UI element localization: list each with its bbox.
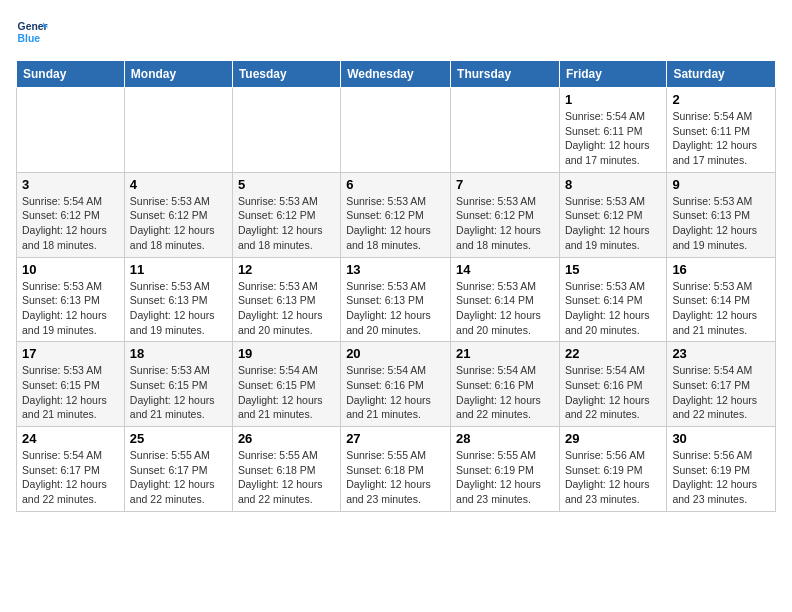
day-info: Sunrise: 5:54 AM Sunset: 6:11 PM Dayligh…: [565, 109, 661, 168]
calendar-week-row: 3Sunrise: 5:54 AM Sunset: 6:12 PM Daylig…: [17, 172, 776, 257]
day-info: Sunrise: 5:53 AM Sunset: 6:15 PM Dayligh…: [22, 363, 119, 422]
calendar-cell: 14Sunrise: 5:53 AM Sunset: 6:14 PM Dayli…: [451, 257, 560, 342]
day-info: Sunrise: 5:54 AM Sunset: 6:16 PM Dayligh…: [565, 363, 661, 422]
logo: General Blue: [16, 16, 48, 48]
calendar-cell: 6Sunrise: 5:53 AM Sunset: 6:12 PM Daylig…: [341, 172, 451, 257]
calendar-cell: [232, 88, 340, 173]
day-info: Sunrise: 5:56 AM Sunset: 6:19 PM Dayligh…: [672, 448, 770, 507]
weekday-header: Sunday: [17, 61, 125, 88]
day-info: Sunrise: 5:54 AM Sunset: 6:15 PM Dayligh…: [238, 363, 335, 422]
calendar-cell: [17, 88, 125, 173]
calendar-cell: 26Sunrise: 5:55 AM Sunset: 6:18 PM Dayli…: [232, 427, 340, 512]
day-number: 20: [346, 346, 445, 361]
calendar-week-row: 17Sunrise: 5:53 AM Sunset: 6:15 PM Dayli…: [17, 342, 776, 427]
calendar-table: SundayMondayTuesdayWednesdayThursdayFrid…: [16, 60, 776, 512]
calendar-cell: 16Sunrise: 5:53 AM Sunset: 6:14 PM Dayli…: [667, 257, 776, 342]
calendar-cell: 7Sunrise: 5:53 AM Sunset: 6:12 PM Daylig…: [451, 172, 560, 257]
day-number: 26: [238, 431, 335, 446]
day-number: 7: [456, 177, 554, 192]
day-number: 28: [456, 431, 554, 446]
day-number: 27: [346, 431, 445, 446]
day-number: 8: [565, 177, 661, 192]
day-info: Sunrise: 5:53 AM Sunset: 6:12 PM Dayligh…: [238, 194, 335, 253]
day-number: 19: [238, 346, 335, 361]
calendar-cell: 1Sunrise: 5:54 AM Sunset: 6:11 PM Daylig…: [559, 88, 666, 173]
calendar-cell: 12Sunrise: 5:53 AM Sunset: 6:13 PM Dayli…: [232, 257, 340, 342]
calendar-cell: 15Sunrise: 5:53 AM Sunset: 6:14 PM Dayli…: [559, 257, 666, 342]
day-info: Sunrise: 5:53 AM Sunset: 6:13 PM Dayligh…: [22, 279, 119, 338]
day-info: Sunrise: 5:54 AM Sunset: 6:17 PM Dayligh…: [672, 363, 770, 422]
day-info: Sunrise: 5:54 AM Sunset: 6:17 PM Dayligh…: [22, 448, 119, 507]
calendar-cell: 17Sunrise: 5:53 AM Sunset: 6:15 PM Dayli…: [17, 342, 125, 427]
logo-icon: General Blue: [16, 16, 48, 48]
calendar-cell: 28Sunrise: 5:55 AM Sunset: 6:19 PM Dayli…: [451, 427, 560, 512]
day-info: Sunrise: 5:54 AM Sunset: 6:11 PM Dayligh…: [672, 109, 770, 168]
day-info: Sunrise: 5:56 AM Sunset: 6:19 PM Dayligh…: [565, 448, 661, 507]
day-number: 25: [130, 431, 227, 446]
weekday-header: Wednesday: [341, 61, 451, 88]
calendar-cell: 18Sunrise: 5:53 AM Sunset: 6:15 PM Dayli…: [124, 342, 232, 427]
day-number: 21: [456, 346, 554, 361]
calendar-cell: [341, 88, 451, 173]
day-number: 5: [238, 177, 335, 192]
day-info: Sunrise: 5:55 AM Sunset: 6:18 PM Dayligh…: [346, 448, 445, 507]
weekday-header: Thursday: [451, 61, 560, 88]
weekday-header: Monday: [124, 61, 232, 88]
day-number: 6: [346, 177, 445, 192]
day-number: 23: [672, 346, 770, 361]
calendar-cell: 9Sunrise: 5:53 AM Sunset: 6:13 PM Daylig…: [667, 172, 776, 257]
weekday-header: Saturday: [667, 61, 776, 88]
day-number: 2: [672, 92, 770, 107]
day-number: 10: [22, 262, 119, 277]
day-info: Sunrise: 5:53 AM Sunset: 6:13 PM Dayligh…: [346, 279, 445, 338]
day-info: Sunrise: 5:54 AM Sunset: 6:16 PM Dayligh…: [346, 363, 445, 422]
day-info: Sunrise: 5:53 AM Sunset: 6:12 PM Dayligh…: [456, 194, 554, 253]
day-number: 13: [346, 262, 445, 277]
calendar-cell: 5Sunrise: 5:53 AM Sunset: 6:12 PM Daylig…: [232, 172, 340, 257]
calendar-cell: 3Sunrise: 5:54 AM Sunset: 6:12 PM Daylig…: [17, 172, 125, 257]
calendar-cell: 19Sunrise: 5:54 AM Sunset: 6:15 PM Dayli…: [232, 342, 340, 427]
calendar-cell: 23Sunrise: 5:54 AM Sunset: 6:17 PM Dayli…: [667, 342, 776, 427]
day-number: 14: [456, 262, 554, 277]
calendar-cell: 11Sunrise: 5:53 AM Sunset: 6:13 PM Dayli…: [124, 257, 232, 342]
day-info: Sunrise: 5:54 AM Sunset: 6:16 PM Dayligh…: [456, 363, 554, 422]
day-number: 11: [130, 262, 227, 277]
day-info: Sunrise: 5:53 AM Sunset: 6:13 PM Dayligh…: [130, 279, 227, 338]
weekday-header: Friday: [559, 61, 666, 88]
calendar-cell: 22Sunrise: 5:54 AM Sunset: 6:16 PM Dayli…: [559, 342, 666, 427]
day-info: Sunrise: 5:55 AM Sunset: 6:17 PM Dayligh…: [130, 448, 227, 507]
day-info: Sunrise: 5:53 AM Sunset: 6:12 PM Dayligh…: [130, 194, 227, 253]
day-number: 18: [130, 346, 227, 361]
page-header: General Blue: [16, 16, 776, 48]
calendar-cell: 21Sunrise: 5:54 AM Sunset: 6:16 PM Dayli…: [451, 342, 560, 427]
day-number: 15: [565, 262, 661, 277]
day-info: Sunrise: 5:54 AM Sunset: 6:12 PM Dayligh…: [22, 194, 119, 253]
day-number: 3: [22, 177, 119, 192]
day-number: 22: [565, 346, 661, 361]
calendar-cell: 30Sunrise: 5:56 AM Sunset: 6:19 PM Dayli…: [667, 427, 776, 512]
day-number: 9: [672, 177, 770, 192]
calendar-cell: 24Sunrise: 5:54 AM Sunset: 6:17 PM Dayli…: [17, 427, 125, 512]
calendar-cell: 27Sunrise: 5:55 AM Sunset: 6:18 PM Dayli…: [341, 427, 451, 512]
day-info: Sunrise: 5:53 AM Sunset: 6:13 PM Dayligh…: [238, 279, 335, 338]
calendar-cell: 29Sunrise: 5:56 AM Sunset: 6:19 PM Dayli…: [559, 427, 666, 512]
day-number: 30: [672, 431, 770, 446]
calendar-week-row: 24Sunrise: 5:54 AM Sunset: 6:17 PM Dayli…: [17, 427, 776, 512]
calendar-cell: 10Sunrise: 5:53 AM Sunset: 6:13 PM Dayli…: [17, 257, 125, 342]
calendar-cell: 4Sunrise: 5:53 AM Sunset: 6:12 PM Daylig…: [124, 172, 232, 257]
day-number: 1: [565, 92, 661, 107]
day-number: 12: [238, 262, 335, 277]
calendar-week-row: 10Sunrise: 5:53 AM Sunset: 6:13 PM Dayli…: [17, 257, 776, 342]
calendar-cell: [451, 88, 560, 173]
day-number: 17: [22, 346, 119, 361]
day-number: 16: [672, 262, 770, 277]
day-number: 24: [22, 431, 119, 446]
calendar-cell: 13Sunrise: 5:53 AM Sunset: 6:13 PM Dayli…: [341, 257, 451, 342]
calendar-cell: [124, 88, 232, 173]
calendar-cell: 20Sunrise: 5:54 AM Sunset: 6:16 PM Dayli…: [341, 342, 451, 427]
day-info: Sunrise: 5:53 AM Sunset: 6:12 PM Dayligh…: [565, 194, 661, 253]
calendar-header: SundayMondayTuesdayWednesdayThursdayFrid…: [17, 61, 776, 88]
day-info: Sunrise: 5:53 AM Sunset: 6:14 PM Dayligh…: [565, 279, 661, 338]
day-info: Sunrise: 5:53 AM Sunset: 6:15 PM Dayligh…: [130, 363, 227, 422]
calendar-cell: 2Sunrise: 5:54 AM Sunset: 6:11 PM Daylig…: [667, 88, 776, 173]
